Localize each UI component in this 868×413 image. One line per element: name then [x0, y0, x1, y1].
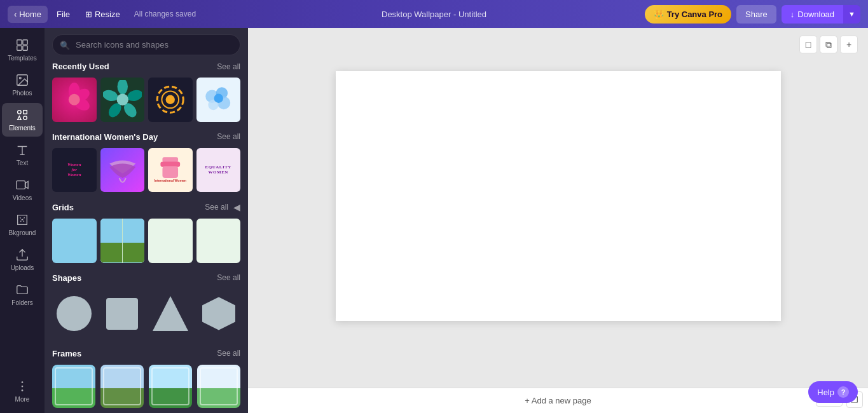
list-item[interactable]: [149, 365, 192, 408]
list-item[interactable]: [100, 78, 145, 122]
photos-icon: [15, 73, 29, 87]
share-button[interactable]: Share: [736, 5, 776, 24]
flower-pink-icon: [57, 83, 92, 117]
copy-icon: ⧉: [825, 39, 832, 50]
sidebar-item-elements-label: Elements: [9, 125, 36, 132]
canvas-page[interactable]: [336, 71, 781, 321]
elements-panel: 🔍 Recently Used See all: [45, 28, 248, 413]
svg-rect-1: [23, 40, 27, 44]
sidebar-item-uploads[interactable]: Uploads: [2, 243, 43, 276]
flower-green-icon: [103, 80, 142, 119]
grids-collapse-button[interactable]: ◀: [233, 202, 240, 212]
svg-point-23: [116, 94, 128, 105]
recently-used-section: Recently Used See all: [45, 62, 248, 132]
svg-point-19: [126, 88, 142, 103]
sidebar-item-folders[interactable]: Folders: [2, 278, 43, 311]
frames-row: [52, 365, 240, 408]
add-page-label: + Add a new page: [525, 396, 591, 405]
list-item[interactable]: [196, 219, 241, 263]
list-item[interactable]: [196, 78, 241, 122]
frames-see-all[interactable]: See all: [217, 349, 240, 358]
help-button[interactable]: Help ?: [808, 381, 858, 403]
sidebar-item-elements[interactable]: Elements: [2, 103, 43, 137]
iwday-see-all[interactable]: See all: [217, 132, 240, 141]
svg-point-26: [166, 95, 175, 104]
chevron-left-icon: ‹: [14, 10, 17, 19]
download-label: Download: [797, 10, 834, 19]
frames-header: Frames See all: [52, 349, 240, 358]
shapes-row: [52, 289, 240, 339]
resize-label: Resize: [95, 10, 120, 19]
download-caret-button[interactable]: ▼: [843, 5, 860, 24]
list-item[interactable]: [148, 78, 193, 122]
file-button[interactable]: File: [50, 6, 76, 23]
add-page-button[interactable]: + Add a new page: [248, 388, 868, 413]
notes-icon: □: [806, 39, 811, 50]
topbar-left: ‹ Home File ⊞ Resize All changes saved: [8, 6, 290, 23]
canvas-notes-button[interactable]: □: [799, 36, 817, 53]
document-title[interactable]: Desktop Wallpaper - Untitled: [382, 10, 486, 19]
list-item[interactable]: [148, 219, 193, 263]
svg-text:International Women: International Women: [155, 179, 186, 182]
flower-blue-icon: [199, 80, 238, 119]
list-item[interactable]: [52, 292, 95, 336]
download-button[interactable]: ↓ Download: [782, 5, 843, 24]
topbar-center: Desktop Wallpaper - Untitled: [293, 10, 575, 19]
download-icon: ↓: [790, 10, 795, 19]
svg-rect-32: [162, 157, 178, 162]
svg-point-17: [69, 94, 80, 105]
list-item[interactable]: [197, 365, 240, 408]
text-icon: [15, 143, 29, 157]
svg-rect-0: [17, 40, 22, 44]
sidebar-item-templates[interactable]: Templates: [2, 33, 43, 67]
iwd-ribbon-icon: [103, 151, 142, 190]
sidebar-item-folders-label: Folders: [11, 299, 32, 306]
try-pro-button[interactable]: 👑 Try Canva Pro: [645, 5, 731, 24]
svg-point-18: [117, 80, 127, 95]
sidebar-item-more[interactable]: More: [2, 374, 43, 408]
resize-button[interactable]: ⊞ Resize: [79, 6, 127, 23]
recently-used-see-all[interactable]: See all: [217, 62, 240, 71]
sidebar-item-background[interactable]: Bkground: [2, 208, 43, 241]
sidebar-item-videos[interactable]: Videos: [2, 173, 43, 207]
shapes-see-all[interactable]: See all: [217, 273, 240, 282]
list-item[interactable]: [100, 148, 145, 193]
iwd-item-4-text: EQUALITYWOMEN: [205, 165, 231, 175]
autosave-status: All changes saved: [134, 10, 196, 18]
uploads-icon: [15, 248, 29, 262]
svg-point-13: [22, 389, 24, 391]
svg-point-12: [22, 386, 24, 388]
svg-point-6: [18, 111, 22, 114]
sidebar-item-photos[interactable]: Photos: [2, 68, 43, 102]
list-item[interactable]: [52, 78, 97, 122]
folders-icon: [15, 283, 29, 297]
svg-point-11: [22, 381, 24, 383]
videos-icon: [15, 178, 29, 192]
sidebar-item-text[interactable]: Text: [2, 138, 43, 172]
list-item[interactable]: EQUALITYWOMEN: [196, 148, 241, 193]
search-input[interactable]: [52, 34, 240, 55]
recently-used-header: Recently Used See all: [52, 62, 240, 71]
iwday-section: International Women's Day See all Womenf…: [45, 132, 248, 203]
canvas-copy-button[interactable]: ⧉: [820, 36, 837, 53]
iwd-item-1-text: WomenforWomen: [67, 162, 81, 178]
list-item[interactable]: [149, 292, 192, 336]
sidebar-item-background-label: Bkground: [9, 229, 36, 236]
more-icon: [15, 379, 29, 393]
list-item[interactable]: International Women: [148, 148, 193, 193]
sidebar-item-uploads-label: Uploads: [11, 264, 34, 271]
grids-title: Grids: [52, 203, 74, 212]
svg-rect-7: [24, 111, 27, 114]
topbar: ‹ Home File ⊞ Resize All changes saved D…: [0, 0, 868, 28]
list-item[interactable]: [52, 365, 95, 408]
list-item[interactable]: WomenforWomen: [52, 148, 97, 193]
crown-icon: 👑: [654, 10, 664, 19]
list-item[interactable]: [52, 219, 97, 263]
home-button[interactable]: ‹ Home: [8, 6, 48, 23]
list-item[interactable]: [100, 292, 144, 336]
list-item[interactable]: [100, 365, 144, 408]
canvas-add-button[interactable]: +: [840, 36, 858, 53]
grids-see-all[interactable]: See all: [205, 203, 228, 212]
list-item[interactable]: [197, 292, 240, 336]
list-item[interactable]: [100, 219, 145, 263]
